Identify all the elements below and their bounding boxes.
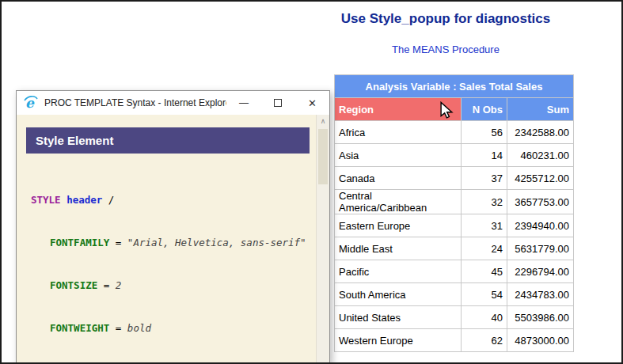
equals-token: = [116,322,122,334]
region-cell: Eastern Europe [335,214,462,237]
internet-explorer-icon: e [23,95,39,111]
equals-token: = [116,237,122,248]
attr-value: "Arial, Helvetica, sans-serif" [127,237,306,248]
sum-cell: 3657753.00 [507,190,574,214]
table-row: Eastern Europe 31 2394940.00 [335,214,574,237]
attr-name: FONTWEIGHT [50,322,109,334]
equals-token: = [104,279,110,291]
nobs-cell: 54 [462,283,507,306]
column-header-nobs[interactable]: N Obs [462,98,507,121]
region-cell: United States [335,306,462,329]
table-row: United States 40 5503986.00 [335,306,574,329]
sum-cell: 4873000.00 [507,329,574,352]
nobs-cell: 31 [462,214,507,237]
nobs-cell: 45 [462,260,507,283]
table-row: Africa 56 2342588.00 [335,121,574,144]
region-cell: Asia [335,144,462,167]
style-element-header: Style Element [26,127,310,154]
browser-page: Use Style_popup for diagnostics The MEAN… [0,0,623,364]
svg-text:e: e [25,95,35,111]
attr-value: 2 [116,279,122,291]
attr-value: bold [127,322,151,334]
sum-cell: 4255712.00 [507,167,574,190]
scrollbar[interactable]: ∧ [316,115,329,363]
popup-content: Style Element STYLE header / FONTFAMILY … [17,115,329,363]
popup-window-title: PROC TEMPLATE Syntax - Internet Explorer [44,97,226,108]
table-title-row: Analysis Variable : Sales Total Sales [335,75,574,98]
minimize-button[interactable]: — [226,91,260,115]
table-row: Pacific 45 2296794.00 [335,260,574,283]
popup-title-bar[interactable]: e PROC TEMPLATE Syntax - Internet Explor… [17,91,329,115]
sum-cell: 5503986.00 [507,306,574,329]
code-line: FONTWEIGHT = bold [31,321,316,336]
table-row: Canada 37 4255712.00 [335,167,574,190]
scrollbar-up-button[interactable]: ∧ [317,115,329,128]
sum-cell: 2434783.00 [507,283,574,306]
cursor-icon [439,101,454,119]
region-cell: Canada [335,167,462,190]
attr-name: FONTFAMILY [50,237,109,248]
code-line: FONTFAMILY = "Arial, Helvetica, sans-ser… [31,236,316,250]
procedure-title: The MEANS Procedure [318,44,573,55]
nobs-cell: 62 [462,329,507,352]
table-row: Asia 14 460231.00 [335,144,574,167]
maximize-icon [274,99,282,107]
region-cell: Africa [335,121,462,144]
table-row: Western Europe 62 4873000.00 [335,329,574,352]
close-button[interactable]: ✕ [295,91,329,115]
region-cell: Middle East [335,237,462,260]
nobs-cell: 56 [462,121,507,144]
chevron-up-icon: ∧ [321,117,326,125]
element-name: header [66,194,102,206]
slash-token: / [108,194,115,206]
attr-name: FONTSIZE [50,279,97,291]
table-row: Central America/Caribbean 32 3657753.00 [335,190,574,214]
region-cell: South America [335,283,462,306]
code-line: FONTSIZE = 2 [31,279,316,293]
maximize-button[interactable] [261,91,295,115]
region-cell: Pacific [335,260,462,283]
region-cell: Central America/Caribbean [335,190,462,214]
nobs-cell: 37 [462,167,507,190]
nobs-cell: 24 [462,237,507,260]
nobs-cell: 14 [462,144,507,167]
page-title: Use Style_popup for diagnostics [318,11,573,27]
code-block: STYLE header / FONTFAMILY = "Arial, Helv… [31,165,316,363]
style-keyword: STYLE [31,194,61,206]
nobs-cell: 40 [462,306,507,329]
sum-cell: 460231.00 [507,144,574,167]
region-cell: Western Europe [335,329,462,352]
analysis-variable-header: Analysis Variable : Sales Total Sales [335,75,574,98]
popup-window: e PROC TEMPLATE Syntax - Internet Explor… [16,90,330,364]
column-header-sum[interactable]: Sum [507,98,574,121]
minimize-icon: — [239,99,249,107]
table-row: South America 54 2434783.00 [335,283,574,306]
sum-cell: 2342588.00 [507,121,574,144]
sum-cell: 2394940.00 [507,214,574,237]
nobs-cell: 32 [462,190,507,214]
sum-cell: 5631779.00 [507,237,574,260]
close-icon: ✕ [308,97,317,109]
scrollbar-thumb[interactable] [318,129,328,184]
table-row: Middle East 24 5631779.00 [335,237,574,260]
code-line: STYLE header / [31,193,316,207]
sum-cell: 2296794.00 [507,260,574,283]
